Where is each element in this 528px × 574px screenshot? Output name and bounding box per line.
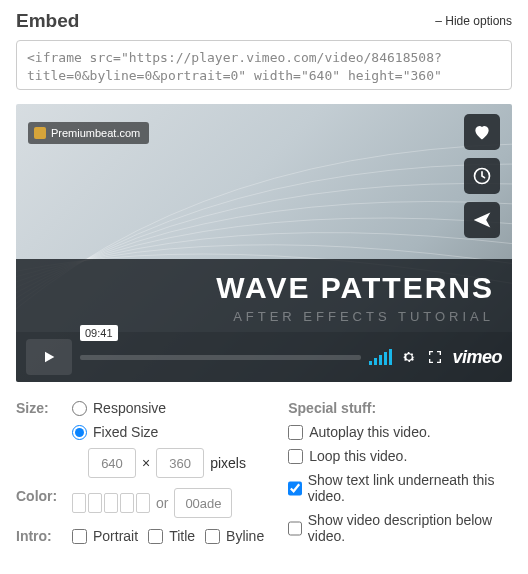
progress-bar[interactable]: 09:41: [80, 347, 361, 367]
dimension-x: ×: [142, 455, 150, 471]
fullscreen-icon: [427, 349, 443, 365]
video-subtitle: AFTER EFFECTS TUTORIAL: [34, 309, 494, 324]
video-title: WAVE PATTERNS: [34, 271, 494, 305]
width-input[interactable]: [88, 448, 136, 478]
intro-title-option[interactable]: Title: [148, 528, 195, 544]
intro-byline-checkbox[interactable]: [205, 529, 220, 544]
brand-badge: Premiumbeat.com: [28, 122, 149, 144]
intro-portrait-checkbox[interactable]: [72, 529, 87, 544]
page-title: Embed: [16, 10, 79, 32]
color-swatch[interactable]: [72, 493, 86, 513]
heart-icon: [472, 122, 492, 142]
pixels-label: pixels: [210, 455, 246, 471]
size-fixed-radio[interactable]: [72, 425, 87, 440]
color-label: Color:: [16, 488, 72, 504]
textlink-option[interactable]: Show text link underneath this video.: [288, 472, 512, 504]
hide-options-link[interactable]: – Hide options: [435, 14, 512, 28]
autoplay-checkbox[interactable]: [288, 425, 303, 440]
intro-label: Intro:: [16, 528, 72, 544]
gear-icon: [401, 349, 417, 365]
duration-tooltip: 09:41: [80, 325, 118, 341]
desc-checkbox[interactable]: [288, 521, 302, 536]
embed-code-textarea[interactable]: <iframe src="https://player.vimeo.com/vi…: [16, 40, 512, 90]
size-responsive-radio[interactable]: [72, 401, 87, 416]
fullscreen-button[interactable]: [426, 348, 444, 366]
color-swatch[interactable]: [104, 493, 118, 513]
autoplay-option[interactable]: Autoplay this video.: [288, 424, 512, 440]
intro-portrait-option[interactable]: Portrait: [72, 528, 138, 544]
desc-option[interactable]: Show video description below video.: [288, 512, 512, 544]
brand-icon: [34, 127, 46, 139]
color-hex-input[interactable]: [174, 488, 232, 518]
intro-title-checkbox[interactable]: [148, 529, 163, 544]
intro-byline-option[interactable]: Byline: [205, 528, 264, 544]
play-button[interactable]: [26, 339, 72, 375]
size-label: Size:: [16, 400, 72, 416]
brand-text: Premiumbeat.com: [51, 127, 140, 139]
clock-icon: [472, 166, 492, 186]
color-swatch[interactable]: [88, 493, 102, 513]
textlink-checkbox[interactable]: [288, 481, 301, 496]
color-swatch[interactable]: [136, 493, 150, 513]
height-input[interactable]: [156, 448, 204, 478]
loop-option[interactable]: Loop this video.: [288, 448, 512, 464]
size-fixed-option[interactable]: Fixed Size: [72, 424, 264, 440]
volume-control[interactable]: [369, 349, 392, 365]
like-button[interactable]: [464, 114, 500, 150]
or-text: or: [156, 495, 168, 511]
color-swatch[interactable]: [120, 493, 134, 513]
play-icon: [41, 349, 57, 365]
vimeo-logo[interactable]: vimeo: [452, 347, 502, 368]
size-responsive-option[interactable]: Responsive: [72, 400, 264, 416]
share-button[interactable]: [464, 202, 500, 238]
loop-checkbox[interactable]: [288, 449, 303, 464]
watch-later-button[interactable]: [464, 158, 500, 194]
special-label: Special stuff:: [288, 400, 512, 416]
settings-button[interactable]: [400, 348, 418, 366]
share-icon: [472, 210, 492, 230]
video-player: Premiumbeat.com WAVE PATTERNS AFTER EFFE…: [16, 104, 512, 382]
